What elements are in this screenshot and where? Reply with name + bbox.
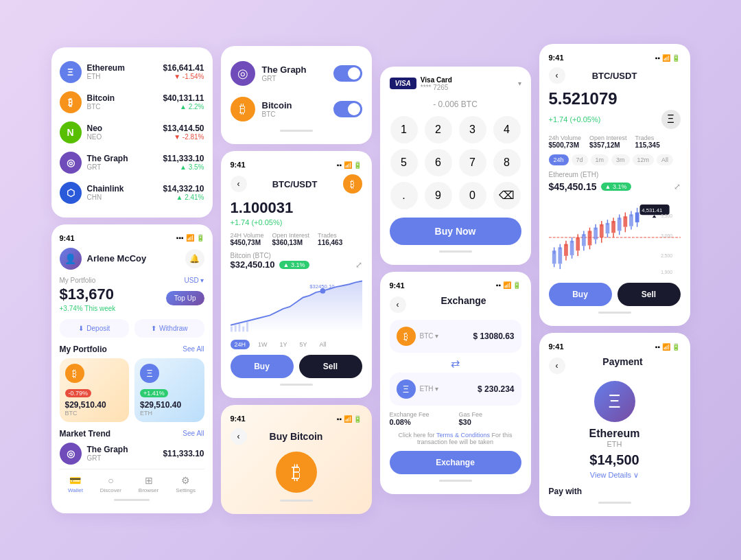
expand-chart-icon[interactable]: ⤢	[674, 182, 681, 191]
toggle-icon: ₿	[231, 97, 255, 121]
chart-buy-button[interactable]: Buy	[231, 355, 294, 378]
tab-item-discover[interactable]: ○Discover	[100, 475, 121, 493]
bb-time: 9:41	[231, 415, 246, 423]
list-item[interactable]: ₿ -0.79% $29,510.40 BTC	[60, 358, 130, 422]
sub-label: Bitcoin (BTC)	[231, 252, 362, 259]
numpad-key[interactable]: 3	[459, 116, 486, 143]
bb-back-button[interactable]: ‹	[231, 428, 247, 445]
btc-usdt-change: +1.74 (+0.05%)	[549, 115, 601, 124]
exchange-back-button[interactable]: ‹	[390, 296, 406, 313]
notification-button[interactable]: 🔔	[185, 249, 204, 268]
btc-ex-amount: $ 13080.63	[473, 331, 514, 341]
time-tab[interactable]: 5Y	[296, 340, 311, 349]
list-item[interactable]: ◎ The Graph GRT $11,333.10 ▲ 3.5%	[60, 148, 204, 178]
time-pill[interactable]: 1m	[591, 154, 609, 165]
mini-icon: Ξ	[140, 364, 159, 383]
topup-button[interactable]: Top Up	[166, 291, 204, 305]
volume-value: $450,73M	[231, 239, 264, 246]
tab-item-wallet[interactable]: 💳Wallet	[68, 475, 83, 493]
numpad-key[interactable]: 7	[459, 149, 486, 176]
numpad-key[interactable]: 2	[425, 116, 452, 143]
time-tab[interactable]: 1Y	[276, 340, 292, 349]
eth-label: Ethereum (ETH)	[549, 171, 599, 178]
svg-rect-11	[558, 247, 562, 264]
exchange-button[interactable]: Exchange	[390, 451, 521, 474]
crypto-name: Neo	[87, 124, 103, 133]
chart-price-change: +1.74 (+0.05%)	[231, 218, 362, 226]
toggle-switch[interactable]	[333, 101, 362, 117]
chart-big-price: 1.100031	[231, 199, 362, 217]
list-item[interactable]: Ξ Ethereum ETH $16,641.41 ▼ -1.54%	[60, 57, 204, 87]
list-item[interactable]: Ξ +1.41% $29,510.40 ETH	[134, 358, 204, 422]
btc-usdt-price: 5.521079	[549, 89, 681, 108]
toggle-symbol: BTC	[262, 110, 292, 118]
see-all-button[interactable]: See All	[183, 345, 204, 353]
numpad-key[interactable]: 1	[390, 116, 418, 143]
numpad-key[interactable]: ⌫	[493, 182, 521, 209]
btc-usdt-back-button[interactable]: ‹	[549, 67, 565, 84]
btc-buy-button[interactable]: Buy	[549, 283, 612, 306]
numpad-key[interactable]: 5	[390, 149, 418, 176]
expand-icon[interactable]: ⤢	[355, 260, 362, 270]
currency-selector[interactable]: USD ▾	[185, 277, 204, 284]
crypto-symbol: CHN	[87, 194, 124, 201]
payment-back-button[interactable]: ‹	[549, 358, 565, 374]
list-item[interactable]: ₿ Bitcoin BTC $40,131.11 ▲ 2.2%	[60, 87, 204, 117]
numpad-key[interactable]: 9	[425, 182, 452, 209]
buy-bitcoin-title: Buy Bitcoin	[270, 431, 323, 442]
toggle-symbol: GRT	[262, 75, 307, 82]
numpad-key[interactable]: 4	[493, 116, 521, 143]
time-pill[interactable]: 3m	[611, 154, 630, 165]
btc-volume-val: $500,73M	[549, 141, 582, 149]
time-pill[interactable]: 24h	[549, 154, 569, 165]
exchange-fee-label: Exchange Fee	[390, 411, 452, 418]
time-pill[interactable]: All	[657, 154, 673, 165]
time-pill[interactable]: 12m	[633, 154, 655, 165]
time-tab[interactable]: 24H	[231, 340, 250, 349]
payment-time: 9:41	[549, 342, 564, 351]
numpad-key[interactable]: 6	[425, 149, 452, 176]
my-portfolio-label: My Portfolio	[60, 345, 107, 354]
withdraw-button[interactable]: ⬆ Withdraw	[134, 319, 204, 338]
svg-rect-20	[576, 237, 580, 250]
chart-back-button[interactable]: ‹	[231, 176, 247, 192]
numpad-key[interactable]: .	[390, 182, 418, 209]
see-all-2-button[interactable]: See All	[183, 430, 204, 437]
crypto-symbol: ETH	[87, 73, 125, 80]
numpad-key[interactable]: 0	[459, 182, 486, 209]
oi-label: Open Interest	[272, 232, 310, 239]
toggle-row[interactable]: ₿ Bitcoin BTC	[231, 91, 362, 127]
portfolio-change: +3.74% This week	[60, 305, 116, 312]
buy-now-button[interactable]: Buy Now	[390, 218, 521, 245]
tab-item-settings[interactable]: ⚙Settings	[176, 475, 196, 493]
btc-ex-icon: ₿	[397, 327, 416, 346]
svg-rect-41	[617, 218, 621, 231]
visa-chevron[interactable]: ▾	[518, 80, 521, 87]
toggle-switch[interactable]	[333, 65, 362, 82]
svg-rect-0	[231, 327, 233, 332]
numpad-key[interactable]: 8	[493, 149, 521, 176]
list-item[interactable]: N Neo NEO $13,414.50 ▼ -2.81%	[60, 117, 204, 148]
terms-link[interactable]: Terms & Conditions	[436, 432, 490, 439]
sub-price: $32,450.10	[231, 259, 275, 270]
crypto-change: ▼ -2.81%	[163, 133, 204, 141]
eth-change-badge: ▲ 3.1%	[601, 183, 631, 191]
numpad-card: VISA Visa Card **** 7265 ▾ - 0.006 BTC 1…	[380, 67, 531, 265]
svg-text:2,500: 2,500	[661, 253, 672, 258]
column-3: VISA Visa Card **** 7265 ▾ - 0.006 BTC 1…	[380, 67, 531, 494]
chart-sell-button[interactable]: Sell	[299, 355, 362, 378]
deposit-button[interactable]: ⬇ Deposit	[60, 319, 130, 338]
terms-text: Click here for Terms & Conditions For th…	[390, 432, 521, 445]
toggle-row[interactable]: ◎ The Graph GRT	[231, 56, 362, 91]
view-details-button[interactable]: View Details ∨	[549, 471, 681, 480]
tab-item-browser[interactable]: ⊞Browser	[139, 475, 158, 493]
list-item[interactable]: ⬡ Chainlink CHN $14,332.10 ▲ 2.41%	[60, 178, 204, 208]
tab-label: Discover	[100, 487, 121, 493]
toggle-icon: ◎	[231, 61, 255, 86]
time-tab[interactable]: 1W	[254, 340, 272, 349]
mini-symbol: BTC	[65, 410, 124, 417]
btc-sell-button[interactable]: Sell	[618, 283, 681, 306]
swap-icon[interactable]: ⇄	[390, 357, 521, 370]
time-pill[interactable]: 7d	[572, 154, 588, 165]
time-tab[interactable]: All	[316, 340, 331, 349]
